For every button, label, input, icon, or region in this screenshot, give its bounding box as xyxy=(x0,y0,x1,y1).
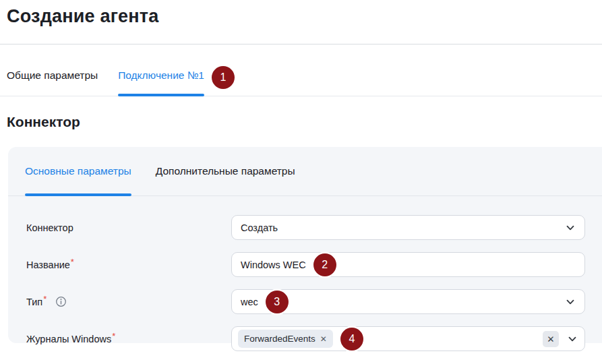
chevron-down-icon[interactable] xyxy=(567,334,578,344)
callout-3: 3 xyxy=(266,291,289,313)
connector-card: Основные параметры Дополнительные параме… xyxy=(8,147,602,343)
form-row-name: Название* Windows WEC 2 xyxy=(25,252,585,277)
windows-logs-multiselect[interactable]: ForwardedEvents ✕ 4 ✕ xyxy=(231,326,585,351)
tab-label: Подключение №1 xyxy=(118,55,204,96)
tab-label: Дополнительные параметры xyxy=(156,147,295,195)
connector-select[interactable]: Создать xyxy=(231,215,585,240)
tab-label: Основные параметры xyxy=(25,147,131,195)
type-select[interactable]: wec 3 xyxy=(231,289,585,314)
tag-label: ForwardedEvents xyxy=(244,334,315,344)
form-row-windows-logs: Журналы Windows* ForwardedEvents ✕ 4 ✕ xyxy=(25,326,585,351)
name-input[interactable]: Windows WEC 2 xyxy=(231,252,585,277)
required-marker: * xyxy=(71,257,74,267)
tag-remove-icon[interactable]: ✕ xyxy=(320,335,327,343)
tab-basic-parameters[interactable]: Основные параметры xyxy=(25,147,131,195)
tab-connection-1[interactable]: Подключение №1 1 xyxy=(118,55,235,96)
required-marker: * xyxy=(112,331,115,341)
connector-form: Коннектор Создать Название* Windows WEC … xyxy=(25,196,585,351)
name-input-value: Windows WEC xyxy=(241,260,306,270)
tab-label: Общие параметры xyxy=(7,55,98,96)
tab-general-parameters[interactable]: Общие параметры xyxy=(7,55,98,96)
windows-logs-label: Журналы Windows* xyxy=(25,334,231,344)
callout-1: 1 xyxy=(212,66,235,89)
callout-4: 4 xyxy=(340,328,363,351)
chevron-down-icon[interactable] xyxy=(565,222,576,233)
connector-label: Коннектор xyxy=(25,222,231,233)
connection-tabbar: Общие параметры Подключение №1 1 xyxy=(0,44,602,96)
page-title: Создание агента xyxy=(7,6,602,27)
type-select-value: wec xyxy=(241,297,258,307)
tag-forwardedevents: ForwardedEvents ✕ xyxy=(238,330,333,348)
tab-additional-parameters[interactable]: Дополнительные параметры xyxy=(156,147,295,195)
clear-all-icon[interactable]: ✕ xyxy=(543,331,559,347)
connector-select-value: Создать xyxy=(241,222,278,233)
info-icon[interactable] xyxy=(55,296,67,307)
section-title-connector: Коннектор xyxy=(7,114,602,130)
name-label: Название* xyxy=(25,260,231,270)
chevron-down-icon[interactable] xyxy=(565,297,576,307)
form-row-type: Тип* wec 3 xyxy=(25,289,585,314)
callout-2: 2 xyxy=(313,253,336,276)
form-row-connector: Коннектор Создать xyxy=(25,215,585,240)
type-label: Тип* xyxy=(25,296,231,307)
required-marker: * xyxy=(43,294,47,304)
connector-tabbar: Основные параметры Дополнительные параме… xyxy=(8,147,602,196)
